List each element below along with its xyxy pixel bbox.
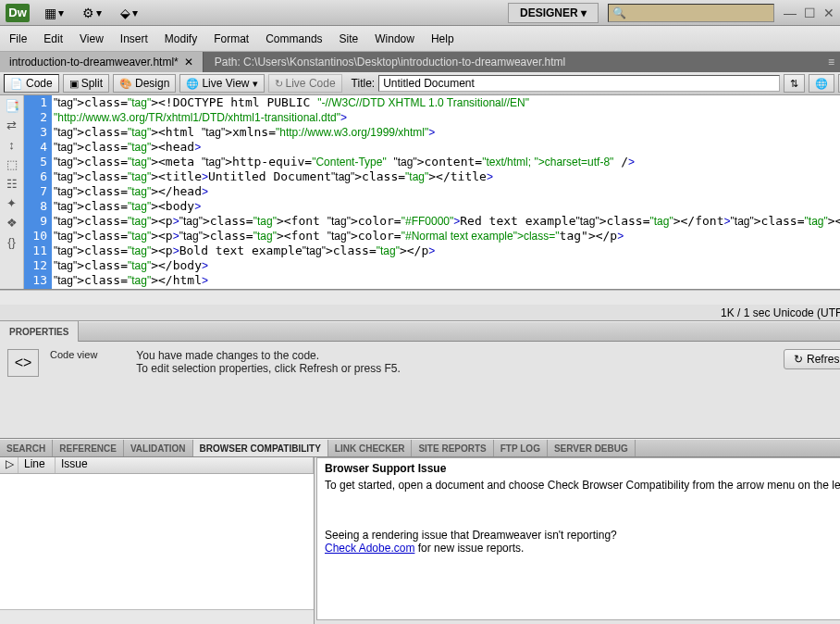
expand-icon[interactable]: ↕ <box>8 138 15 152</box>
results-tab-7[interactable]: SERVER DEBUG <box>548 440 636 456</box>
layout-dropdown[interactable]: ▦ ▾ <box>37 6 71 20</box>
maximize-button[interactable]: ☐ <box>804 6 816 20</box>
issue-body: To get started, open a document and choo… <box>325 479 840 492</box>
props-msg-2: To edit selection properties, click Refr… <box>136 362 400 375</box>
live-code-button[interactable]: ↻ Live Code <box>268 74 342 93</box>
issue-note-tail: for new issue reports. <box>414 542 524 555</box>
code-view-label: Code view <box>50 349 97 431</box>
results-tab-0[interactable]: SEARCH <box>0 440 53 456</box>
document-tab-bar: introduction-to-dreamweaver.html* ✕ Path… <box>0 52 840 72</box>
document-tab[interactable]: introduction-to-dreamweaver.html* ✕ <box>0 52 204 72</box>
open-docs-icon[interactable]: 📑 <box>5 99 19 113</box>
document-path: Path: C:\Users\Konstantinos\Desktop\intr… <box>204 56 828 69</box>
menu-site[interactable]: Site <box>340 32 359 45</box>
search-icon: 🔍 <box>612 6 626 19</box>
gear-icon: ⚙ <box>82 6 94 20</box>
issue-note: Seeing a rendering issue that Dreamweave… <box>325 529 617 542</box>
menu-view[interactable]: View <box>80 32 104 45</box>
close-tab-icon[interactable]: ✕ <box>184 56 193 69</box>
line-numbers: 12345678910111213 <box>24 95 52 289</box>
highlight-icon[interactable]: ❖ <box>6 216 18 230</box>
menu-modify[interactable]: Modify <box>165 32 197 45</box>
site-icon: ⬙ <box>120 6 130 20</box>
code-editor[interactable]: 📑 ⇄ ↕ ⬚ ☷ ✦ ❖ {} 12345678910111213 "tag"… <box>0 95 840 290</box>
code-view-icon: <> <box>7 349 39 377</box>
live-view-button[interactable]: 🌐 Live View ▾ <box>179 74 264 93</box>
split-view-button[interactable]: ▣ Split <box>63 74 109 93</box>
line-num-icon[interactable]: ✦ <box>6 196 17 210</box>
menu-help[interactable]: Help <box>431 32 454 45</box>
menu-commands[interactable]: Commands <box>266 32 322 45</box>
title-label: Title: <box>352 77 376 90</box>
site-dropdown[interactable]: ⬙ ▾ <box>113 6 145 20</box>
results-columns: ▷ Line Issue <box>0 457 314 474</box>
syntax-icon[interactable]: {} <box>7 235 16 249</box>
close-button[interactable]: ✕ <box>823 6 834 20</box>
doc-menu-icon[interactable]: ≡ <box>828 56 834 69</box>
code-view-button[interactable]: 📄 Code <box>4 74 59 93</box>
results-hscroll[interactable] <box>0 609 314 624</box>
results-tab-5[interactable]: SITE REPORTS <box>412 440 493 456</box>
code-gutter-tools: 📑 ⇄ ↕ ⬚ ☷ ✦ ❖ {} <box>0 95 24 289</box>
results-tab-2[interactable]: VALIDATION <box>124 440 193 456</box>
file-mgmt-icon[interactable]: ⇅ <box>784 74 805 93</box>
results-tab-6[interactable]: FTP LOG <box>494 440 548 456</box>
results-tab-1[interactable]: REFERENCE <box>53 440 124 456</box>
title-bar: Dw ▦ ▾ ⚙ ▾ ⬙ ▾ DESIGNER ▾ 🔍 — ☐ ✕ <box>0 0 840 26</box>
design-view-button[interactable]: 🎨 Design <box>113 74 176 93</box>
results-play-icon[interactable]: ▷ <box>0 457 19 473</box>
document-tab-label: introduction-to-dreamweaver.html* <box>9 56 179 69</box>
results-col-line: Line <box>19 457 56 473</box>
results-list[interactable] <box>0 474 314 609</box>
menu-bar: FileEditViewInsertModifyFormatCommandsSi… <box>0 26 840 52</box>
results-tabs: SEARCHREFERENCEVALIDATIONBROWSER COMPATI… <box>0 439 840 457</box>
search-input[interactable]: 🔍 <box>608 4 774 22</box>
properties-header: PROPERTIES ≡ <box>0 321 840 342</box>
balance-icon[interactable]: ☷ <box>6 177 18 191</box>
props-msg-1: You have made changes to the code. <box>136 349 400 362</box>
minimize-button[interactable]: — <box>784 6 797 20</box>
code-text[interactable]: "tag">class="tag"><!DOCTYPE html PUBLIC … <box>52 95 840 289</box>
code-hscroll[interactable] <box>0 290 840 305</box>
app-logo: Dw <box>6 4 30 22</box>
parent-tag-icon[interactable]: ⬚ <box>6 157 18 171</box>
results-panel: ▷ Line Issue Browser Support Issue To ge… <box>0 457 840 624</box>
results-tab-4[interactable]: LINK CHECKER <box>328 440 413 456</box>
results-col-issue: Issue <box>56 457 314 473</box>
refresh-button[interactable]: ↻ Refresh <box>784 349 840 369</box>
layout-icon: ▦ <box>44 6 56 20</box>
properties-tab[interactable]: PROPERTIES <box>0 321 79 342</box>
menu-edit[interactable]: Edit <box>43 32 63 45</box>
extend-dropdown[interactable]: ⚙ ▾ <box>75 6 109 20</box>
menu-insert[interactable]: Insert <box>120 32 148 45</box>
workspace-switcher[interactable]: DESIGNER ▾ <box>508 3 599 23</box>
results-tab-3[interactable]: BROWSER COMPATIBILITY <box>193 440 328 456</box>
menu-format[interactable]: Format <box>214 32 249 45</box>
preview-icon[interactable]: 🌐 <box>809 74 834 93</box>
menu-window[interactable]: Window <box>375 32 414 45</box>
properties-panel: <> Code view You have made changes to th… <box>0 342 840 439</box>
title-input[interactable] <box>378 75 780 92</box>
check-adobe-link[interactable]: Check Adobe.com <box>325 542 414 555</box>
menu-file[interactable]: File <box>9 32 27 45</box>
status-bar: 1K / 1 sec Unicode (UTF-8) <box>0 305 840 321</box>
issue-title: Browser Support Issue <box>325 462 840 475</box>
document-toolbar: 📄 Code ▣ Split 🎨 Design 🌐 Live View ▾ ↻ … <box>0 72 840 95</box>
collapse-icon[interactable]: ⇄ <box>6 119 17 132</box>
